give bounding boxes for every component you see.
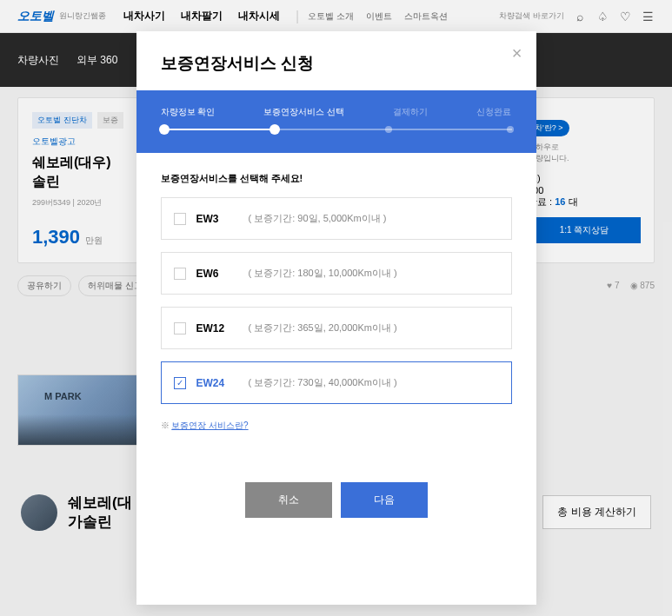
cancel-button[interactable]: 취소 [245,482,332,518]
modal-prompt: 보증연장서비스를 선택해 주세요! [161,172,512,185]
checkbox-icon: ✓ [174,268,186,280]
option-ew12[interactable]: ✓ EW12 ( 보증기간: 365일, 20,000Km이내 ) [161,307,512,349]
option-ew3[interactable]: ✓ EW3 ( 보증기간: 90일, 5,000Km이내 ) [161,197,512,240]
checkbox-icon: ✓ [174,213,186,225]
step-1: 차량정보 확인 [161,106,216,118]
checkbox-icon: ✓ [174,322,186,334]
option-ew24[interactable]: ✓ EW24 ( 보증기간: 730일, 40,000Km이내 ) [161,361,512,404]
progress-steps: 차량정보 확인 보증연장서비스 선택 결제하기 신청완료 [136,90,536,153]
checkbox-icon: ✓ [174,377,186,389]
next-button[interactable]: 다음 [341,482,428,518]
close-icon[interactable]: × [512,43,522,63]
step-2: 보증연장서비스 선택 [263,106,344,118]
help-link[interactable]: 보증연장 서비스란? [171,421,248,430]
option-ew6[interactable]: ✓ EW6 ( 보증기간: 180일, 10,000Km이내 ) [161,252,512,295]
step-3: 결제하기 [393,106,428,118]
step-4: 신청완료 [476,106,511,118]
warranty-modal: × 보증연장서비스 신청 차량정보 확인 보증연장서비스 선택 결제하기 신청완… [136,31,536,605]
help-prefix: ※ [161,421,172,430]
modal-title: 보증연장서비스 신청 [136,31,536,90]
modal-overlay: × 보증연장서비스 신청 차량정보 확인 보증연장서비스 선택 결제하기 신청완… [0,0,672,616]
